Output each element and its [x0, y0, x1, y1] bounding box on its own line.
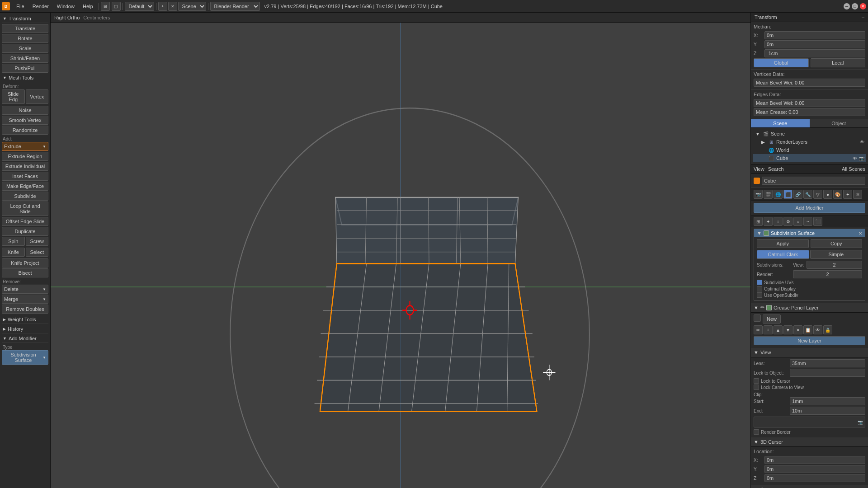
local-btn[interactable]: Local: [811, 58, 866, 67]
view-section-header[interactable]: ▼ View: [751, 348, 868, 357]
mod-icon-5[interactable]: ○: [793, 217, 802, 226]
smooth-vertex-btn[interactable]: Smooth Vertex: [2, 116, 48, 125]
world-item[interactable]: 🌐 World: [753, 146, 866, 154]
close-btn[interactable]: ✕: [860, 3, 866, 9]
item-header[interactable]: ▼ Item: [751, 485, 868, 488]
shrink-fatten-btn[interactable]: Shrink/Fatten: [2, 54, 48, 63]
view-ctrl[interactable]: View: [754, 166, 764, 172]
remove-doubles-btn[interactable]: Remove Doubles: [2, 305, 48, 314]
menu-render[interactable]: Render: [29, 2, 52, 10]
scene-item[interactable]: ▼ 🎬 Scene: [753, 130, 866, 138]
scale-btn[interactable]: Scale: [2, 44, 48, 53]
cb-enabled[interactable]: [764, 230, 769, 236]
screen-layout-select[interactable]: Default: [125, 2, 154, 11]
data-icon[interactable]: ▽: [813, 190, 822, 199]
slide-edge-btn[interactable]: Slide Edg: [2, 89, 25, 104]
y-input[interactable]: 0m: [764, 40, 865, 48]
history-header[interactable]: ▶ History: [2, 325, 48, 333]
copy-btn[interactable]: Copy: [811, 239, 863, 248]
render-border-cb[interactable]: [754, 429, 759, 435]
cursor-y-input[interactable]: 0m: [764, 465, 865, 473]
knife-project-btn[interactable]: Knife Project: [2, 258, 48, 267]
subdiv-apply[interactable]: ✕: [859, 231, 862, 236]
clip-start-input[interactable]: 1mm: [790, 397, 865, 405]
material-icon[interactable]: ●: [823, 190, 832, 199]
engine-select[interactable]: Blender Render: [210, 2, 260, 11]
gp-icon-5[interactable]: ✕: [793, 325, 802, 334]
mean-crease[interactable]: Mean Crease: 0.00: [754, 108, 865, 116]
all-scenes-ctrl[interactable]: All Scenes: [842, 166, 865, 172]
menu-help[interactable]: Help: [79, 2, 97, 10]
rl-eye[interactable]: 👁: [860, 140, 864, 145]
bisect-btn[interactable]: Bisect: [2, 268, 48, 277]
gp-icon-3[interactable]: ▲: [774, 325, 783, 334]
scene-tab[interactable]: Scene: [751, 119, 810, 127]
z-input[interactable]: -1cm: [764, 49, 865, 57]
inset-faces-btn[interactable]: Inset Faces: [2, 172, 48, 181]
subdiv-surface-btn[interactable]: Subdivision Surface ▼: [2, 350, 48, 365]
object-tab[interactable]: Object: [810, 119, 868, 127]
lens-input[interactable]: 35mm: [790, 359, 865, 367]
render-prop-icon[interactable]: 📷: [754, 190, 763, 199]
cube-eye[interactable]: 👁: [853, 156, 857, 161]
gp-icon-8[interactable]: 🔒: [823, 325, 832, 334]
gp-icon-6[interactable]: 📋: [803, 325, 812, 334]
opensubdiv-cb[interactable]: [757, 292, 762, 298]
minimize-btn[interactable]: ─: [844, 3, 850, 9]
extrude-individual-btn[interactable]: Extrude Individual: [2, 162, 48, 171]
weight-tools-header[interactable]: ▶ Weight Tools: [2, 315, 48, 324]
mod-icon-1[interactable]: ⊞: [754, 217, 763, 226]
lock-cursor-cb[interactable]: [754, 378, 759, 384]
delete-btn[interactable]: Delete ▼: [2, 285, 48, 294]
lock-camera-cb[interactable]: [754, 385, 759, 390]
mod-icon-2[interactable]: ✦: [764, 217, 773, 226]
knife-btn[interactable]: Knife: [2, 248, 25, 257]
mod-icon-3[interactable]: ↕: [774, 217, 783, 226]
scene-prop-icon[interactable]: 🎬: [764, 190, 773, 199]
simple-btn[interactable]: Simple: [810, 250, 863, 259]
translate-btn[interactable]: Translate: [2, 24, 48, 33]
cursor-z-input[interactable]: 0m: [764, 474, 865, 482]
screw-btn[interactable]: Screw: [26, 237, 49, 246]
mesh-tools-header[interactable]: ▼ Mesh Tools: [2, 74, 48, 82]
menu-file[interactable]: File: [13, 2, 28, 10]
lock-obj-input[interactable]: [790, 369, 865, 377]
x-input[interactable]: 0m: [764, 31, 865, 39]
noise-btn[interactable]: Noise: [2, 106, 48, 115]
subdivide-btn[interactable]: Subdivide: [2, 192, 48, 201]
particle-icon[interactable]: ✦: [843, 190, 852, 199]
texture-icon[interactable]: 🎨: [833, 190, 842, 199]
gp-icon-2[interactable]: +: [764, 325, 773, 334]
search-ctrl[interactable]: Search: [768, 166, 784, 172]
cursor-x-input[interactable]: 0m: [764, 456, 865, 464]
clip-end-input[interactable]: 10m: [790, 407, 865, 415]
randomize-btn[interactable]: Randomize: [2, 126, 48, 135]
optimal-display-cb[interactable]: [757, 286, 762, 291]
gp-icon-7[interactable]: 👁: [813, 325, 822, 334]
select-btn[interactable]: Select: [26, 248, 49, 257]
cursor3d-header[interactable]: ▼ 3D Cursor: [751, 437, 868, 447]
mod-icon-4[interactable]: ⚙: [783, 217, 793, 226]
maximize-btn[interactable]: □: [852, 3, 858, 9]
cube-cam[interactable]: 📷: [859, 156, 864, 161]
gp-checkbox[interactable]: [766, 305, 772, 310]
offset-edge-btn[interactable]: Offset Edge Slide: [2, 217, 48, 226]
apply-btn[interactable]: Apply: [757, 239, 809, 248]
render-input[interactable]: 2: [793, 270, 862, 278]
view-input[interactable]: 2: [807, 261, 862, 269]
add-modifier-btn[interactable]: Add Modifier: [754, 203, 865, 213]
add-modifier-header[interactable]: ▼ Add Modifier: [2, 334, 48, 343]
cube-name-input[interactable]: Cube: [762, 177, 865, 185]
make-edge-face-btn[interactable]: Make Edge/Face: [2, 182, 48, 191]
viewport[interactable]: Right Ortho Centimeters: [51, 13, 750, 488]
view-icon[interactable]: ◫: [112, 2, 121, 11]
grease-pencil-header[interactable]: ▼ ✏ Grease Pencil Layer: [751, 303, 868, 313]
physics-icon[interactable]: ⚛: [853, 190, 862, 199]
render-layers-item[interactable]: ▶ ⊞ RenderLayers 👁: [753, 138, 866, 146]
constraint-icon[interactable]: 🔗: [793, 190, 802, 199]
transform-collapse[interactable]: –: [862, 14, 864, 20]
scene-icon[interactable]: +: [158, 2, 167, 11]
global-btn[interactable]: Global: [754, 58, 809, 67]
extrude-region-btn[interactable]: Extrude Region: [2, 152, 48, 161]
duplicate-btn[interactable]: Duplicate: [2, 227, 48, 236]
